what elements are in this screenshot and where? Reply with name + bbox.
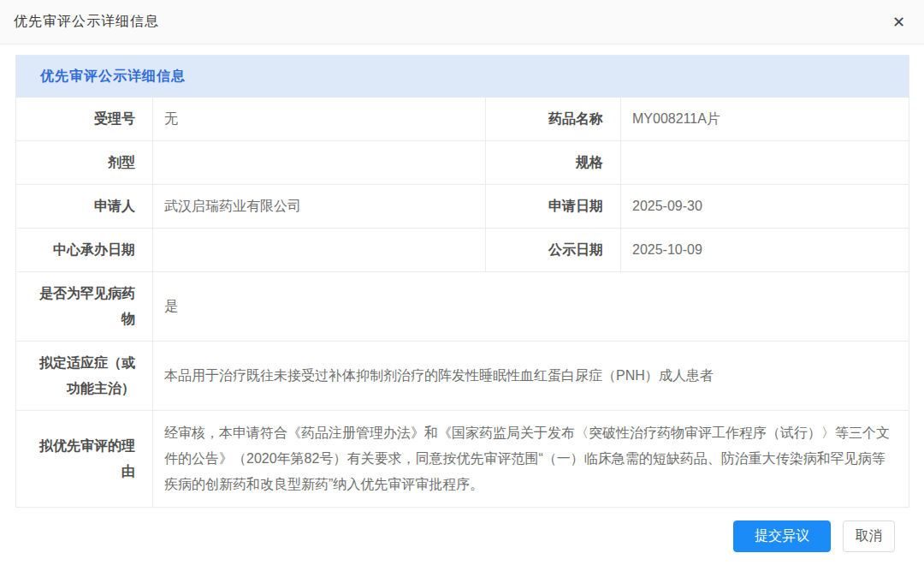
field-label-application-date: 申请日期	[486, 185, 621, 229]
field-label-drug-name: 药品名称	[486, 98, 621, 141]
dialog-footer: 提交异议 取消	[733, 520, 895, 552]
table-row: 受理号 无 药品名称 MY008211A片	[16, 98, 909, 141]
field-label-publicity-date: 公示日期	[486, 229, 621, 272]
table-row: 是否为罕见病药物 是	[16, 272, 909, 342]
dialog-title: 优先审评公示详细信息	[14, 13, 159, 31]
field-value-application-date: 2025-09-30	[621, 185, 909, 229]
field-value-indication: 本品用于治疗既往未接受过补体抑制剂治疗的阵发性睡眠性血红蛋白尿症（PNH）成人患…	[153, 342, 909, 411]
dialog-body: 优先审评公示详细信息 受理号 无 药品名称 MY008211A片 剂型 规格 申…	[0, 45, 924, 508]
field-value-specification	[621, 141, 909, 185]
submit-objection-button[interactable]: 提交异议	[733, 520, 831, 552]
table-row: 申请人 武汉启瑞药业有限公司 申请日期 2025-09-30	[16, 185, 909, 229]
field-value-center-undertake-date	[153, 229, 486, 272]
field-value-publicity-date: 2025-10-09	[621, 229, 909, 272]
field-value-priority-review-reason: 经审核，本申请符合《药品注册管理办法》和《国家药监局关于发布〈突破性治疗药物审评…	[153, 411, 909, 508]
field-label-indication: 拟定适应症（或功能主治）	[16, 342, 153, 411]
table-row: 拟优先审评的理由 经审核，本申请符合《药品注册管理办法》和《国家药监局关于发布〈…	[16, 411, 909, 508]
field-label-specification: 规格	[486, 141, 621, 185]
field-value-applicant: 武汉启瑞药业有限公司	[153, 185, 486, 229]
field-label-rare-disease: 是否为罕见病药物	[16, 272, 153, 342]
field-label-applicant: 申请人	[16, 185, 153, 229]
field-value-drug-name: MY008211A片	[621, 98, 909, 141]
table-row: 中心承办日期 公示日期 2025-10-09	[16, 229, 909, 272]
cancel-button[interactable]: 取消	[843, 520, 895, 552]
table-section-title: 优先审评公示详细信息	[16, 56, 909, 98]
field-label-acceptance-no: 受理号	[16, 98, 153, 141]
field-label-center-undertake-date: 中心承办日期	[16, 229, 153, 272]
close-icon[interactable]: ✕	[889, 11, 909, 33]
table-row: 剂型 规格	[16, 141, 909, 185]
field-label-priority-review-reason: 拟优先审评的理由	[16, 411, 153, 508]
field-value-acceptance-no: 无	[153, 98, 486, 141]
field-value-dosage-form	[153, 141, 486, 185]
dialog-header: 优先审评公示详细信息 ✕	[0, 0, 924, 45]
priority-review-detail-dialog: 优先审评公示详细信息 ✕ 优先审评公示详细信息 受理号 无 药品名称 MY008…	[0, 0, 924, 565]
table-row: 拟定适应症（或功能主治） 本品用于治疗既往未接受过补体抑制剂治疗的阵发性睡眠性血…	[16, 342, 909, 411]
detail-table: 优先审评公示详细信息 受理号 无 药品名称 MY008211A片 剂型 规格 申…	[15, 55, 909, 508]
field-label-dosage-form: 剂型	[16, 141, 153, 185]
field-value-rare-disease: 是	[153, 272, 909, 342]
